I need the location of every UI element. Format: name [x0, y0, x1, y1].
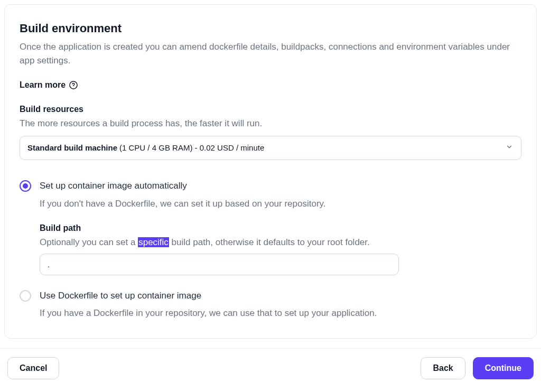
build-resources-description: The more resources a build process has, … — [20, 117, 521, 130]
learn-more-link[interactable]: Learn more — [20, 79, 78, 91]
build-environment-card: Build environment Once the application i… — [4, 4, 537, 339]
footer-actions: Cancel Back Continue — [0, 348, 541, 379]
radio-option-dockerfile: Use Dockerfile to set up container image… — [20, 289, 521, 320]
radio-auto-title: Set up container image automatically — [40, 179, 521, 193]
help-circle-icon — [69, 80, 78, 90]
continue-button[interactable]: Continue — [473, 357, 534, 379]
radio-option-auto: Set up container image automatically If … — [20, 179, 521, 275]
build-path-section: Build path Optionally you can set a spec… — [40, 222, 521, 275]
build-machine-selected-detail: (1 CPU / 4 GB RAM) - 0.02 USD / minute — [119, 142, 264, 154]
page-description: Once the application is created you can … — [20, 40, 521, 67]
build-machine-selected-name: Standard build machine — [27, 142, 117, 154]
container-setup-radio-group: Set up container image automatically If … — [20, 179, 521, 320]
radio-dockerfile-description: If you have a Dockerfile in your reposit… — [40, 306, 521, 320]
build-machine-select[interactable]: Standard build machine (1 CPU / 4 GB RAM… — [20, 136, 521, 161]
build-path-input[interactable] — [40, 254, 399, 275]
cancel-button[interactable]: Cancel — [7, 357, 59, 379]
build-path-description: Optionally you can set a specific build … — [40, 236, 521, 249]
radio-dockerfile[interactable] — [20, 290, 31, 302]
radio-auto[interactable] — [20, 180, 31, 192]
svg-point-1 — [73, 87, 74, 87]
radio-auto-description: If you don't have a Dockerfile, we can s… — [40, 197, 521, 211]
back-button[interactable]: Back — [421, 357, 465, 379]
build-path-label: Build path — [40, 222, 521, 235]
highlighted-text: specific — [138, 237, 169, 247]
radio-dockerfile-title: Use Dockerfile to set up container image — [40, 289, 521, 303]
learn-more-label: Learn more — [20, 79, 66, 91]
page-title: Build environment — [20, 20, 521, 37]
build-resources-label: Build resources — [20, 103, 521, 116]
